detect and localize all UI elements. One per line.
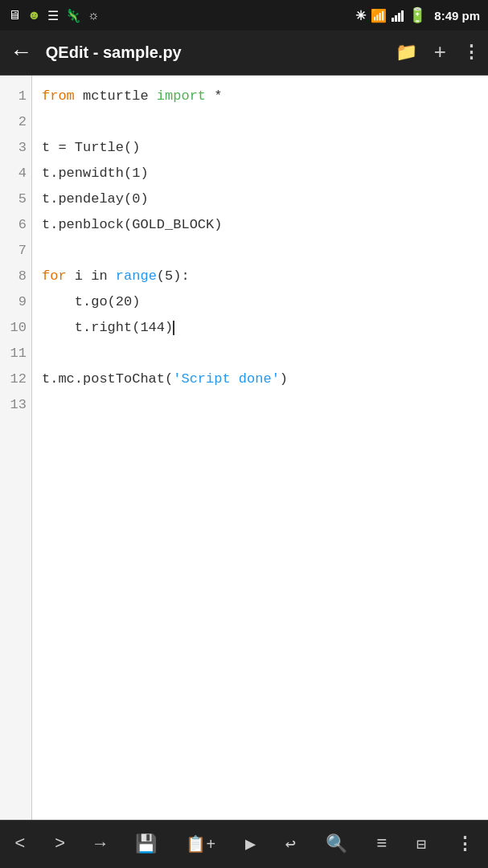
token-5-0: t.pendelay(0): [42, 191, 149, 207]
token-10-0: t.right(144): [42, 320, 173, 335]
token-9-0: t.go(20): [42, 294, 140, 309]
token-6-0: t.penblock(GOLD_BLOCK): [42, 217, 222, 232]
line-number-5: 5: [5, 186, 27, 212]
code-line-5: t.pendelay(0): [42, 186, 478, 212]
line-number-13: 13: [5, 392, 27, 418]
line-number-2: 2: [5, 109, 27, 135]
save-button[interactable]: 💾: [129, 827, 163, 862]
line-number-3: 3: [5, 135, 27, 161]
toolbar-icons: 📁 + ⋮: [396, 41, 480, 65]
code-line-4: t.penwidth(1): [42, 161, 478, 186]
token-1-0: from: [42, 88, 75, 104]
status-right: ✳ 📶 🔋 8:49 pm: [355, 6, 480, 24]
code-line-12: t.mc.postToChat('Script done'): [42, 366, 478, 392]
line-number-11: 11: [5, 341, 27, 366]
line-number-4: 4: [5, 161, 27, 186]
lines-icon: ☰: [47, 8, 59, 23]
back-button[interactable]: ←: [8, 37, 35, 68]
line-number-9: 9: [5, 289, 27, 315]
save-as-button[interactable]: 📋+: [179, 828, 222, 861]
toolbar-title: QEdit - sample.py: [46, 43, 388, 62]
overflow-menu-icon[interactable]: ⋮: [462, 42, 480, 63]
bluetooth-icon: ✳: [355, 8, 366, 23]
token-1-1: mcturtle: [75, 88, 157, 104]
search-button[interactable]: 🔍: [319, 827, 354, 862]
line-number-10: 10: [5, 315, 27, 341]
undo-button[interactable]: ↩: [279, 827, 302, 862]
line-number-7: 7: [5, 238, 27, 264]
line-number-6: 6: [5, 212, 27, 238]
token-12-0: t.mc.postToChat(: [42, 371, 173, 387]
code-line-7: [42, 238, 478, 264]
run-button[interactable]: ▶: [239, 827, 262, 862]
code-line-3: t = Turtle(): [42, 135, 478, 161]
code-area[interactable]: from mcturtle import * t = Turtle()t.pen…: [32, 76, 488, 820]
text-cursor: [173, 321, 174, 335]
gecko-icon: 🦎: [65, 8, 81, 23]
battery-icon: 🔋: [408, 6, 426, 24]
left-arrow-button[interactable]: <: [8, 828, 31, 861]
line-number-1: 1: [5, 84, 27, 109]
line-number-12: 12: [5, 366, 27, 392]
android-icon: ☻: [27, 8, 41, 23]
wifi-icon: 📶: [371, 8, 387, 23]
status-left: 🖥 ☻ ☰ 🦎 ☼: [8, 8, 100, 23]
screen-icon: 🖥: [8, 8, 21, 23]
brightness-icon: ☼: [88, 8, 100, 23]
token-12-2: ): [280, 371, 288, 387]
token-8-1: i in: [67, 268, 116, 284]
status-bar: 🖥 ☻ ☰ 🦎 ☼ ✳ 📶 🔋 8:49 pm: [0, 0, 488, 31]
code-line-10: t.right(144): [42, 315, 478, 341]
token-1-3: *: [206, 88, 222, 104]
line-number-8: 8: [5, 264, 27, 289]
bottom-toolbar: < > → 💾 📋+ ▶ ↩ 🔍 ≡ ⊟ ⋮: [0, 820, 488, 868]
code-line-8: for i in range(5):: [42, 264, 478, 289]
indent-button[interactable]: ⊟: [410, 828, 433, 861]
code-line-1: from mcturtle import *: [42, 84, 478, 109]
line-numbers: 12345678910111213: [0, 76, 32, 820]
token-3-0: t = Turtle(): [42, 140, 140, 155]
token-8-2: range: [116, 268, 157, 284]
tab-button[interactable]: →: [88, 828, 112, 861]
token-4-0: t.penwidth(1): [42, 166, 149, 181]
status-time: 8:49 pm: [434, 9, 480, 23]
add-icon[interactable]: +: [433, 41, 446, 65]
code-line-11: [42, 341, 478, 366]
bottom-overflow-icon[interactable]: ⋮: [449, 827, 480, 862]
token-8-3: (5):: [157, 268, 190, 284]
code-line-6: t.penblock(GOLD_BLOCK): [42, 212, 478, 238]
token-1-2: import: [157, 88, 206, 104]
signal-icon: [392, 9, 404, 22]
toolbar: ← QEdit - sample.py 📁 + ⋮: [0, 31, 488, 76]
token-8-0: for: [42, 268, 67, 284]
code-line-9: t.go(20): [42, 289, 478, 315]
code-line-2: [42, 109, 478, 135]
token-12-1: 'Script done': [173, 371, 280, 387]
format-button[interactable]: ≡: [370, 828, 393, 861]
editor-container: 12345678910111213 from mcturtle import *…: [0, 76, 488, 820]
folder-icon[interactable]: 📁: [396, 42, 417, 63]
code-line-13: [42, 392, 478, 418]
right-arrow-button[interactable]: >: [48, 828, 72, 861]
